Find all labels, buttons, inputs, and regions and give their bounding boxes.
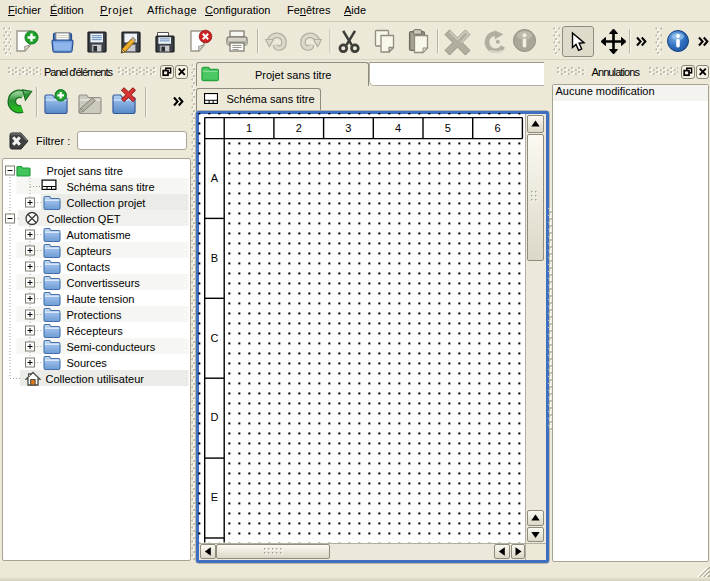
svg-text:Projet sans titre: Projet sans titre	[46, 165, 122, 177]
svg-text:Protections: Protections	[66, 309, 122, 321]
svg-text:6: 6	[494, 122, 500, 134]
svg-text:Capteurs: Capteurs	[66, 245, 111, 257]
svg-text:Haute tension: Haute tension	[66, 293, 134, 305]
svg-text:3: 3	[345, 122, 351, 134]
svg-text:2: 2	[296, 122, 302, 134]
svg-text:Collection utilisateur: Collection utilisateur	[45, 373, 144, 385]
svg-text:Récepteurs: Récepteurs	[66, 325, 123, 337]
svg-text:B: B	[211, 252, 218, 264]
svg-text:C: C	[210, 332, 218, 344]
svg-text:Collection QET: Collection QET	[46, 213, 120, 225]
svg-text:A: A	[211, 172, 219, 184]
svg-text:E: E	[211, 491, 218, 503]
svg-text:Contacts: Contacts	[66, 261, 110, 273]
svg-text:Convertisseurs: Convertisseurs	[66, 277, 140, 289]
svg-text:D: D	[210, 411, 218, 423]
svg-text:1: 1	[246, 122, 252, 134]
svg-text:Semi-conducteurs: Semi-conducteurs	[66, 341, 155, 353]
svg-text:Automatisme: Automatisme	[66, 229, 130, 241]
svg-text:Collection projet: Collection projet	[66, 197, 145, 209]
svg-text:5: 5	[445, 122, 451, 134]
svg-text:Schéma sans titre: Schéma sans titre	[66, 181, 154, 193]
svg-text:4: 4	[395, 122, 401, 134]
svg-text:Sources: Sources	[66, 357, 107, 369]
